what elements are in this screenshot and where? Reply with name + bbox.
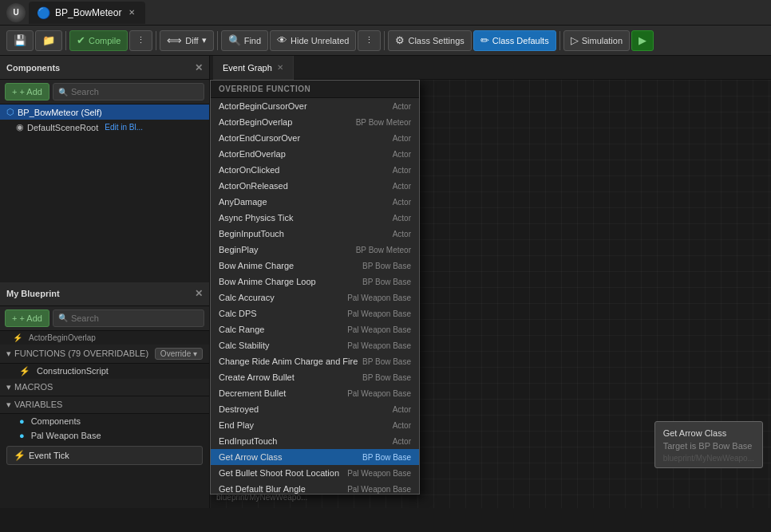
left-panel: Components ✕ + + Add 🔍 ⬡ BP_BowMeteor (S… <box>0 56 210 508</box>
add-component-button[interactable]: + + Add <box>5 83 49 100</box>
dropdown-item-21[interactable]: EndInputTouch Actor <box>211 433 419 449</box>
dropdown-item-19[interactable]: Destroyed Actor <box>211 401 419 417</box>
blueprint-search-input[interactable] <box>71 313 199 323</box>
macros-section-header: ▾ MACROS <box>0 379 209 396</box>
find-button[interactable]: 🔍 Find <box>221 30 268 51</box>
dropdown-left-21: EndInputTouch <box>219 436 277 446</box>
compile-menu-button[interactable]: ⋮ <box>129 30 152 51</box>
event-graph-tab-close[interactable]: ✕ <box>277 63 283 72</box>
event-actor-begin[interactable]: ⚡ ActorBeginOverlap <box>0 331 209 345</box>
tooltip-row-1: Target is BP Bow Base <box>663 439 754 452</box>
event-tick-item[interactable]: ⚡ Event Tick <box>6 446 203 465</box>
event-graph-tab[interactable]: Event Graph ✕ <box>213 56 294 80</box>
dropdown-item-12[interactable]: Calc Accuracy Pal Weapon Base <box>211 290 419 305</box>
dropdown-item-5[interactable]: ActorOnReleased Actor <box>211 178 419 194</box>
variable-components[interactable]: ● Components <box>0 414 209 428</box>
tree-item-self[interactable]: ⬡ BP_BowMeteor (Self) <box>0 104 209 120</box>
compile-button[interactable]: ✔ Compile <box>69 30 128 51</box>
dropdown-item-8[interactable]: BeginInputTouch Actor <box>211 226 419 242</box>
tree-item-root[interactable]: ◉ DefaultSceneRoot Edit in Bl... <box>0 120 209 135</box>
dropdown-left-10: Bow Anime Charge <box>219 261 294 270</box>
override-arrow: ▾ <box>193 349 197 358</box>
dropdown-right-14: Pal Weapon Base <box>347 325 411 334</box>
edit-in-blueprint[interactable]: Edit in Bl... <box>105 123 143 132</box>
dropdown-item-3[interactable]: ActorEndOverlap Actor <box>211 146 419 162</box>
dropdown-item-16[interactable]: Change Ride Anim Charge and Fire BP Bow … <box>211 353 419 369</box>
class-settings-icon: ⚙ <box>395 34 405 46</box>
dropdown-item-22[interactable]: Get Arrow Class BP Bow Base <box>211 449 419 465</box>
main-toolbar: 💾 📁 ✔ Compile ⋮ ⟺ Diff ▾ 🔍 Find 👁 Hide U… <box>0 26 771 56</box>
dropdown-item-20[interactable]: End Play Actor <box>211 417 419 433</box>
override-dropdown[interactable]: Override ▾ <box>155 348 203 360</box>
dropdown-left-18: Decrement Bullet <box>219 388 286 398</box>
blueprint-panel-header: My Blueprint ✕ <box>0 282 209 306</box>
component-search[interactable]: 🔍 <box>53 83 204 100</box>
root-icon: ◉ <box>16 122 24 132</box>
macros-collapse-icon[interactable]: ▾ <box>6 382 11 392</box>
hide-menu-button[interactable]: ⋮ <box>358 30 381 51</box>
add-bp-icon: + <box>12 313 17 323</box>
diff-button[interactable]: ⟺ Diff ▾ <box>160 30 213 51</box>
dropdown-item-7[interactable]: Async Physics Tick Actor <box>211 210 419 226</box>
dropdown-right-5: Actor <box>393 182 411 191</box>
graph-area[interactable]: Event Graph to Create New Nodes. BLU lle… <box>210 80 771 508</box>
dropdown-item-4[interactable]: ActorOnClicked Actor <box>211 162 419 178</box>
dropdown-right-17: BP Bow Base <box>362 373 411 382</box>
save-icon: 💾 <box>14 34 26 46</box>
dropdown-right-23: Pal Weapon Base <box>347 469 411 478</box>
dropdown-left-24: Get Default Blur Angle <box>219 484 306 494</box>
dropdown-item-11[interactable]: Bow Anime Charge Loop BP Bow Base <box>211 274 419 290</box>
dropdown-item-24[interactable]: Get Default Blur Angle Pal Weapon Base <box>211 481 419 495</box>
main-tab[interactable]: 🔵 BP_BowMeteor ✕ <box>29 2 145 24</box>
dropdown-item-23[interactable]: Get Bullet Shoot Root Location Pal Weapo… <box>211 465 419 481</box>
dropdown-item-10[interactable]: Bow Anime Charge BP Bow Base <box>211 258 419 274</box>
dropdown-left-19: Destroyed <box>219 404 259 414</box>
hide-icon: 👁 <box>277 34 287 46</box>
simulation-button[interactable]: ▷ Simulation <box>563 30 630 51</box>
simulation-icon: ▷ <box>571 34 579 46</box>
class-defaults-button[interactable]: ✏ Class Defaults <box>473 30 556 51</box>
root-label: DefaultSceneRoot <box>27 123 98 132</box>
hide-unrelated-button[interactable]: 👁 Hide Unrelated <box>270 30 356 51</box>
component-search-input[interactable] <box>71 87 199 97</box>
macros-label: MACROS <box>14 382 53 392</box>
dropdown-item-6[interactable]: AnyDamage Actor <box>211 194 419 210</box>
class-settings-button[interactable]: ⚙ Class Settings <box>388 30 471 51</box>
event-tick-label: Event Tick <box>29 451 69 460</box>
dropdown-item-17[interactable]: Create Arrow Bullet BP Bow Base <box>211 369 419 385</box>
event-icon: ⚡ <box>13 333 22 342</box>
variable2-icon: ● <box>19 431 25 440</box>
dropdown-item-15[interactable]: Calc Stability Pal Weapon Base <box>211 337 419 353</box>
dropdown-right-15: Pal Weapon Base <box>347 341 411 350</box>
dropdown-item-14[interactable]: Calc Range Pal Weapon Base <box>211 321 419 337</box>
dropdown-right-10: BP Bow Base <box>362 262 411 270</box>
dropdown-item-9[interactable]: BeginPlay BP Bow Meteor <box>211 242 419 258</box>
dropdown-right-0: Actor <box>393 102 411 111</box>
dropdown-item-18[interactable]: Decrement Bullet Pal Weapon Base <box>211 385 419 401</box>
browse-button[interactable]: 📁 <box>35 30 62 51</box>
construction-script-item[interactable]: ⚡ ConstructionScript <box>0 364 209 379</box>
components-close-icon[interactable]: ✕ <box>195 62 203 73</box>
tooltip-breadcrumb: blueprint/MyNewWeapo... <box>663 454 754 463</box>
dropdown-item-13[interactable]: Calc DPS Pal Weapon Base <box>211 305 419 321</box>
blueprint-search[interactable]: 🔍 <box>53 309 204 327</box>
tab-close-icon[interactable]: ✕ <box>126 7 137 18</box>
variables-collapse-icon[interactable]: ▾ <box>6 400 11 410</box>
dropdown-right-6: Actor <box>393 198 411 207</box>
dropdown-right-11: BP Bow Base <box>362 278 411 286</box>
play-button[interactable]: ▶ <box>631 30 654 51</box>
dropdown-item-2[interactable]: ActorEndCursorOver Actor <box>211 130 419 146</box>
variables-section-header: ▾ VARIABLES <box>0 396 209 414</box>
save-button[interactable]: 💾 <box>6 30 34 51</box>
dropdown-right-19: Actor <box>393 405 411 414</box>
dropdown-item-0[interactable]: ActorBeginCursorOver Actor <box>211 98 419 114</box>
functions-collapse-icon[interactable]: ▾ <box>6 349 11 359</box>
add-blueprint-button[interactable]: + + Add <box>5 309 49 327</box>
variable-pal-weapon-base[interactable]: ● Pal Weapon Base <box>0 428 209 443</box>
override-function-dropdown: OVERRIDE FUNCTION ActorBeginCursorOver A… <box>210 80 420 495</box>
hide-unrelated-label: Hide Unrelated <box>291 36 349 45</box>
dropdown-item-1[interactable]: ActorBeginOverlap BP Bow Meteor <box>211 114 419 130</box>
class-defaults-icon: ✏ <box>480 34 489 46</box>
event-tick-icon: ⚡ <box>14 450 26 461</box>
blueprint-close-icon[interactable]: ✕ <box>195 288 203 299</box>
